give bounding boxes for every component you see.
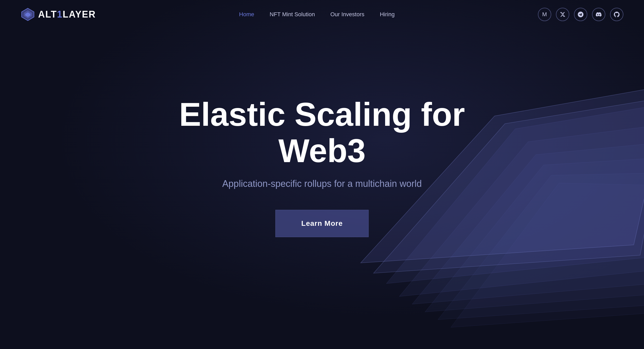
learn-more-button[interactable]: Learn More — [275, 210, 369, 237]
hero-subtitle: Application-specific rollups for a multi… — [222, 178, 422, 189]
nav-item-investors[interactable]: Our Investors — [330, 11, 364, 18]
navbar: ALT1LAYER Home NFT Mint Solution Our Inv… — [0, 0, 644, 29]
nav-link-nft[interactable]: NFT Mint Solution — [270, 11, 315, 18]
github-icon[interactable] — [610, 8, 623, 21]
logo-icon — [21, 7, 35, 22]
hero-title: Elastic Scaling for Web3 — [142, 96, 502, 169]
nav-link-hiring[interactable]: Hiring — [380, 11, 394, 18]
medium-icon[interactable]: M — [538, 8, 551, 21]
hero-section: Elastic Scaling for Web3 Application-spe… — [0, 0, 644, 349]
social-icons: M — [538, 8, 623, 21]
nav-item-home[interactable]: Home — [239, 11, 254, 18]
nav-item-hiring[interactable]: Hiring — [380, 11, 394, 18]
logo[interactable]: ALT1LAYER — [21, 7, 96, 22]
logo-text: ALT1LAYER — [38, 9, 96, 20]
nav-item-nft[interactable]: NFT Mint Solution — [270, 11, 315, 18]
nav-links: Home NFT Mint Solution Our Investors Hir… — [239, 11, 395, 18]
telegram-icon[interactable] — [574, 8, 587, 21]
nav-link-investors[interactable]: Our Investors — [330, 11, 364, 18]
nav-link-home[interactable]: Home — [239, 11, 254, 18]
discord-icon[interactable] — [592, 8, 605, 21]
twitter-icon[interactable] — [556, 8, 569, 21]
